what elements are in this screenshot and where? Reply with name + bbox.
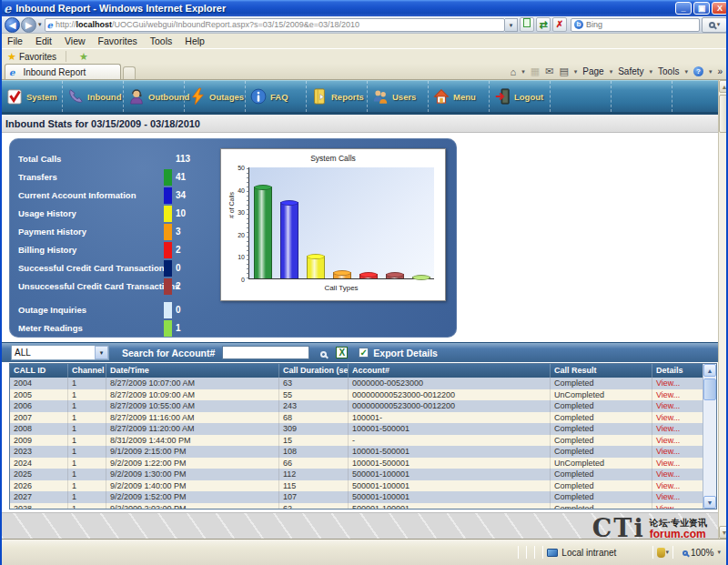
filter-dropdown-icon[interactable]: ▾ bbox=[95, 346, 108, 359]
scrollbar-thumb[interactable] bbox=[703, 378, 716, 400]
table-row[interactable]: 202519/2/2009 1:30:00 PM112500001-100001… bbox=[10, 469, 704, 480]
view-details-link[interactable]: View... bbox=[652, 435, 703, 447]
history-dropdown-icon[interactable]: ▾ bbox=[38, 21, 42, 28]
back-button[interactable]: ◀ bbox=[5, 17, 20, 33]
view-details-link[interactable]: View... bbox=[652, 389, 703, 401]
view-details-link[interactable]: View... bbox=[652, 469, 703, 480]
help-icon[interactable]: ? bbox=[693, 66, 703, 76]
column-header-call-duration-sec-[interactable]: Call Duration (sec) bbox=[279, 364, 349, 378]
page-menu[interactable]: Page bbox=[582, 66, 603, 76]
address-field[interactable]: e http://localhost/UOCGui/webgui/Inbound… bbox=[45, 18, 505, 32]
tab-inbound-report[interactable]: e Inbound Report bbox=[5, 64, 121, 79]
table-row[interactable]: 200618/27/2009 10:55:00 AM24300000000052… bbox=[10, 400, 704, 412]
table-row[interactable]: 202619/2/2009 1:40:00 PM115500001-100001… bbox=[10, 480, 704, 492]
browser-scrollbar[interactable]: ▲ ▼ bbox=[718, 80, 728, 539]
new-tab-button[interactable] bbox=[123, 66, 136, 79]
export-excel-icon[interactable]: X bbox=[336, 347, 348, 358]
protected-mode-icon[interactable] bbox=[657, 548, 665, 558]
address-dropdown-button[interactable]: ▾ bbox=[505, 18, 518, 32]
table-row[interactable]: 202319/1/2009 2:15:00 PM108100001-500001… bbox=[10, 446, 704, 458]
scroll-up-icon[interactable]: ▲ bbox=[703, 364, 716, 377]
tools-menu[interactable]: Tools bbox=[658, 66, 679, 76]
view-details-link[interactable]: View... bbox=[652, 400, 703, 412]
account-search-input[interactable] bbox=[222, 346, 309, 359]
refresh-button[interactable]: ⇄ bbox=[536, 17, 551, 32]
column-header-channel[interactable]: Channel bbox=[68, 364, 106, 378]
protected-mode-caret-icon[interactable]: ▾ bbox=[665, 549, 669, 556]
table-row[interactable]: 202819/2/2009 2:02:00 PM62500001-100001C… bbox=[10, 503, 704, 510]
browser-scroll-down-icon[interactable]: ▼ bbox=[719, 526, 728, 539]
close-button[interactable]: X bbox=[712, 2, 728, 15]
safety-menu[interactable]: Safety bbox=[618, 66, 643, 76]
nav-item-outbound[interactable]: Outbound bbox=[124, 81, 185, 112]
forward-button[interactable]: ▶ bbox=[21, 17, 36, 33]
table-row[interactable]: 200718/27/2009 11:16:00 AM68100001-Compl… bbox=[10, 412, 704, 424]
web-search-box[interactable]: b bbox=[571, 18, 700, 32]
cell: 243 bbox=[279, 400, 349, 412]
favorites-button[interactable]: Favorites bbox=[19, 52, 56, 62]
chart-bar-billing-history bbox=[359, 274, 378, 278]
view-details-link[interactable]: View... bbox=[652, 412, 703, 424]
home-caret-icon[interactable]: ▾ bbox=[521, 68, 525, 76]
feeds-icon[interactable]: ▦ bbox=[531, 66, 540, 77]
view-details-link[interactable]: View... bbox=[652, 491, 703, 503]
lightning-icon bbox=[189, 87, 206, 106]
stop-button[interactable]: ✗ bbox=[552, 17, 567, 32]
compatibility-icon bbox=[523, 18, 531, 27]
zoom-button[interactable] bbox=[682, 548, 688, 558]
column-header-date-time[interactable]: Date/Time bbox=[106, 364, 279, 378]
column-header-call-result[interactable]: Call Result bbox=[551, 364, 652, 378]
table-row[interactable]: 200518/27/2009 10:09:00 AM55000000000523… bbox=[10, 389, 704, 401]
nav-item-logout[interactable]: Logout bbox=[490, 81, 551, 112]
column-header-call-id[interactable]: CALL ID bbox=[10, 364, 68, 378]
cell: 9/2/2009 1:52:00 PM bbox=[106, 491, 279, 503]
menu-tools[interactable]: Tools bbox=[150, 35, 173, 46]
menu-help[interactable]: Help bbox=[185, 35, 205, 46]
read-mail-icon[interactable]: ✉ bbox=[545, 66, 553, 77]
nav-item-faq[interactable]: FAQ bbox=[246, 81, 307, 112]
table-row[interactable]: 202419/2/2009 1:22:00 PM66100001-500001U… bbox=[10, 458, 704, 469]
column-header-details[interactable]: Details bbox=[652, 364, 703, 378]
view-details-link[interactable]: View... bbox=[652, 503, 703, 510]
view-details-link[interactable]: View... bbox=[652, 378, 703, 389]
nav-item-inbound[interactable]: Inbound bbox=[63, 81, 124, 112]
table-row[interactable]: 200418/27/2009 10:07:00 AM630000000-0052… bbox=[10, 378, 704, 389]
export-details-checkbox[interactable]: ✓ bbox=[359, 348, 369, 358]
account-search-button[interactable] bbox=[320, 345, 327, 361]
filter-select[interactable]: ALL ▾ bbox=[11, 345, 109, 360]
nav-item-system[interactable]: System bbox=[2, 81, 63, 112]
view-details-link[interactable]: View... bbox=[652, 480, 703, 492]
table-row[interactable]: 200818/27/2009 11:20:00 AM309100001-5000… bbox=[10, 423, 704, 435]
nav-item-menu[interactable]: Menu bbox=[429, 81, 490, 112]
web-search-input[interactable] bbox=[586, 20, 696, 29]
divider bbox=[672, 546, 673, 559]
table-row[interactable]: 200918/31/2009 1:44:00 PM15-CompletedVie… bbox=[10, 435, 704, 447]
home-icon[interactable]: ⌂ bbox=[511, 66, 517, 77]
view-details-link[interactable]: View... bbox=[652, 446, 703, 458]
nav-item-reports[interactable]: Reports bbox=[307, 81, 368, 112]
stat-color-swatch bbox=[164, 206, 172, 222]
view-details-link[interactable]: View... bbox=[652, 458, 703, 469]
browser-scroll-up-icon[interactable]: ▲ bbox=[719, 80, 728, 93]
zoom-caret-icon[interactable]: ▾ bbox=[717, 549, 721, 556]
nav-item-users[interactable]: Users bbox=[368, 81, 429, 112]
web-search-button[interactable]: ▾ bbox=[702, 17, 727, 33]
more-commands-chevron[interactable]: » bbox=[717, 66, 723, 76]
add-favorite-icon[interactable]: ★ bbox=[79, 51, 88, 63]
table-row[interactable]: 202719/2/2009 1:52:00 PM107500001-100001… bbox=[10, 491, 704, 503]
minimize-button[interactable]: _ bbox=[675, 2, 692, 15]
restore-button[interactable]: ▣ bbox=[693, 2, 710, 15]
nav-item-outages[interactable]: Outages bbox=[185, 81, 246, 112]
column-header-account-[interactable]: Account# bbox=[349, 364, 551, 378]
menu-view[interactable]: View bbox=[65, 35, 86, 46]
print-caret-icon[interactable]: ▾ bbox=[574, 68, 578, 76]
menu-favorites[interactable]: Favorites bbox=[98, 35, 137, 46]
scroll-down-icon[interactable]: ▼ bbox=[703, 496, 716, 509]
table-scrollbar[interactable]: ▲ ▼ bbox=[703, 364, 716, 509]
print-icon[interactable]: ▤ bbox=[559, 66, 568, 77]
menu-file[interactable]: File bbox=[7, 35, 23, 46]
view-details-link[interactable]: View... bbox=[652, 423, 703, 435]
menu-edit[interactable]: Edit bbox=[35, 35, 52, 46]
browser-scrollbar-thumb[interactable] bbox=[719, 95, 728, 133]
compatibility-view-button[interactable] bbox=[520, 17, 534, 32]
